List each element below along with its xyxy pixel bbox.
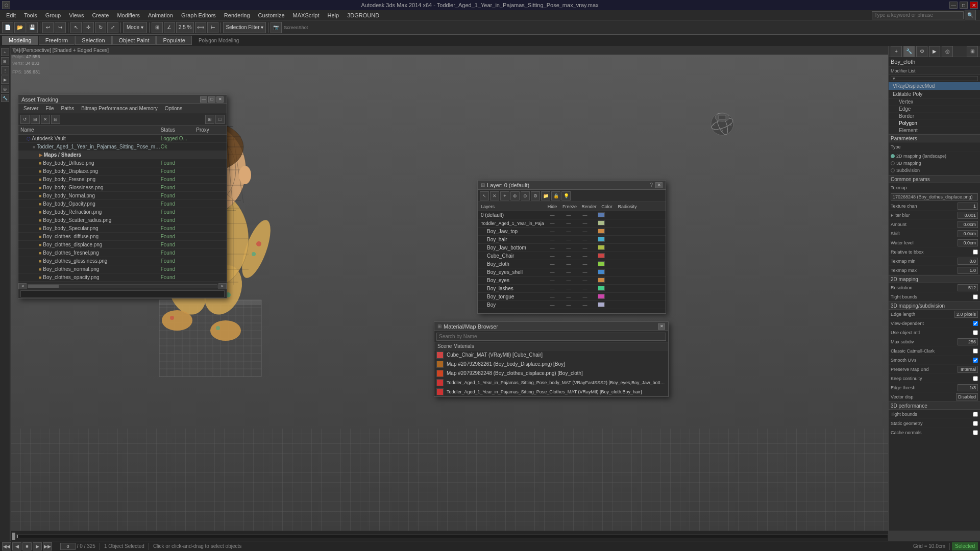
staticgeo-checkbox[interactable] (973, 421, 978, 426)
play-forward-button[interactable]: ▶▶ (43, 542, 52, 550)
ld-table-body[interactable]: 0 (default) — — — Toddler_Aged_1_Year_in… (478, 211, 666, 313)
table-row[interactable]: Boy_hair — — — (478, 236, 666, 244)
ld-cell-color[interactable] (593, 212, 609, 218)
at-menu-server[interactable]: Server (20, 106, 41, 111)
scroll-right-button[interactable]: ► (218, 283, 227, 289)
modifier-editable-poly[interactable]: Editable Poly (889, 90, 980, 98)
rp-create-tab[interactable]: + (891, 46, 902, 57)
table-row[interactable]: ■ Boy_body_Refraction.png Found (18, 208, 227, 216)
ld-cell-color[interactable] (593, 237, 609, 243)
ld-cell-color[interactable] (593, 261, 609, 267)
table-row[interactable]: ■ Boy_body_Glossiness.png Found (18, 184, 227, 192)
sidebar-modify-icon[interactable]: ⊞ (1, 57, 9, 65)
modifier-vray[interactable]: VRayDisplaceMod (889, 82, 980, 90)
sidebar-display-icon[interactable]: ◎ (1, 85, 9, 93)
table-row[interactable]: ■ Boy_body_Normal.png Found (18, 192, 227, 200)
mb-close-button[interactable]: ✕ (658, 323, 665, 330)
menu-help[interactable]: Help (324, 11, 344, 19)
amount-value[interactable]: 0.0cm (958, 221, 978, 228)
list-item[interactable]: Toddler_Aged_1_Year_in_Pajamas_Sitting_P… (434, 378, 668, 387)
ld-cell-color[interactable] (593, 229, 609, 235)
play-button[interactable]: ◀◀ (2, 542, 11, 550)
table-row[interactable]: Boy_Jaw_top — — — (478, 228, 666, 236)
classic-checkbox[interactable] (973, 348, 978, 354)
menu-edit[interactable]: Edit (2, 11, 20, 19)
table-row[interactable]: Boy — — — (478, 301, 666, 309)
sidebar-motion-icon[interactable]: ▶ (1, 76, 9, 84)
at-menu-bitmap[interactable]: Bitmap Performance and Memory (78, 106, 161, 111)
rp-modify-tab[interactable]: 🔧 (903, 46, 915, 57)
menu-create[interactable]: Create (88, 11, 113, 19)
at-title-bar[interactable]: Asset Tracking — □ ✕ (18, 95, 227, 104)
search-button[interactable]: 🔍 (965, 10, 976, 21)
ld-cell-color[interactable] (593, 286, 609, 292)
close-button[interactable]: ✕ (970, 2, 978, 9)
at-horizontal-scrollbar[interactable]: ◄ ► (18, 283, 227, 289)
table-row[interactable]: ■ Boy_body_Fresnel.png Found (18, 176, 227, 184)
menu-customize[interactable]: Customize (254, 11, 289, 19)
resolution-value[interactable]: 512 (958, 284, 978, 291)
at-menu-paths[interactable]: Paths (58, 106, 78, 111)
menu-animation[interactable]: Animation (144, 11, 177, 19)
table-row[interactable]: ■ Boy_clothes_normal.png Found (18, 265, 227, 273)
ld-cursor-button[interactable]: ↖ (480, 191, 489, 201)
select-button[interactable]: ↖ (70, 22, 82, 33)
modifier-sub-edge[interactable]: Edge (889, 106, 980, 113)
tab-freeform[interactable]: Freeform (39, 36, 75, 45)
current-frame-input[interactable] (60, 543, 76, 550)
rp-hierarchy-tab[interactable]: ⚙ (916, 46, 927, 57)
texmapmax-value[interactable]: 1.0 (958, 267, 978, 274)
table-row[interactable]: ■ Boy_clothes_displace.png Found (18, 241, 227, 249)
sidebar-create-icon[interactable]: + (1, 48, 9, 56)
ld-cell-color[interactable] (593, 253, 609, 259)
minimize-button[interactable]: — (949, 2, 958, 9)
edgethresh-value[interactable]: 1/3 (958, 384, 978, 391)
ld-zoomout-button[interactable]: ⊖ (521, 191, 530, 201)
table-row[interactable]: ■ Boy_clothes_diffuse.png Found (18, 233, 227, 241)
texmap-value[interactable]: 170268248 (Boy_dothes_displace.png) (891, 193, 978, 201)
list-item[interactable]: Map #20792982248 (Boy_clothes_displace.p… (434, 369, 668, 378)
preservemap-value[interactable]: Internal (958, 366, 978, 373)
ld-cell-color[interactable] (593, 269, 609, 276)
rp-expand-button[interactable]: ⊞ (967, 46, 978, 57)
redo-button[interactable]: ↪ (55, 22, 66, 33)
at-expand-button[interactable]: ⊞ (205, 115, 214, 124)
ld-cell-color[interactable] (593, 294, 609, 300)
table-row[interactable]: ▶ Maps / Shaders (18, 151, 227, 159)
menu-tools[interactable]: Tools (20, 11, 41, 19)
ld-cell-color[interactable] (593, 278, 609, 284)
at-minimize-button[interactable]: — (200, 96, 207, 103)
cachenormals-checkbox[interactable] (973, 430, 978, 435)
sidebar-hierarchy-icon[interactable]: ⋮ (1, 66, 9, 74)
at-grid-button[interactable]: ⊟ (51, 115, 60, 124)
ld-cell-color[interactable] (593, 245, 609, 251)
table-row[interactable]: ■ Boy_body_Displace.png Found (18, 167, 227, 176)
list-item[interactable]: Toddler_Aged_1_Year_in_Pajamas_Sitting_P… (434, 387, 668, 396)
menu-maxscript[interactable]: MAXScript (289, 11, 324, 19)
table-row[interactable]: Boy_tongue — — — (478, 293, 666, 301)
table-row[interactable]: Boy_Jaw_bottom — — — (478, 244, 666, 252)
water-value[interactable]: 0.0cm (958, 239, 978, 246)
search-input[interactable] (872, 11, 964, 19)
table-row[interactable]: ■ Boy_body_Specular.png Found (18, 224, 227, 233)
menu-graph-editors[interactable]: Graph Editors (177, 11, 220, 19)
list-item[interactable]: Map #20792982261 (Boy_body_Displace.png)… (434, 360, 668, 369)
at-copy-button[interactable]: ⊞ (31, 115, 40, 124)
ld-close-button[interactable]: ✕ (655, 182, 663, 188)
table-row[interactable]: ■ Boy_clothes_opacity.png Found (18, 273, 227, 282)
ld-light-button[interactable]: 💡 (561, 191, 571, 201)
list-item[interactable]: Cube_Chair_MAT (VRayMtl) [Cube_Chair] (434, 350, 668, 360)
ld-folder-button[interactable]: 📁 (541, 191, 550, 201)
modifier-dropdown[interactable]: ▾ (891, 76, 978, 81)
at-menu-options[interactable]: Options (162, 106, 185, 111)
scale-button[interactable]: ⤢ (107, 22, 118, 33)
type-radio-3d[interactable]: 3D mapping (891, 160, 978, 167)
menu-views[interactable]: Views (65, 11, 88, 19)
table-row[interactable]: Boy_lashes — — — (478, 285, 666, 293)
at-collapse-button[interactable]: □ (215, 115, 225, 124)
ld-close2-button[interactable]: ✕ (490, 191, 499, 201)
ld-title-bar[interactable]: ⊞ Layer: 0 (default) ? ✕ (478, 181, 666, 190)
at-close-button[interactable]: ✕ (216, 96, 224, 103)
ld-cell-color[interactable] (593, 302, 609, 308)
mb-search-input[interactable] (436, 333, 666, 341)
